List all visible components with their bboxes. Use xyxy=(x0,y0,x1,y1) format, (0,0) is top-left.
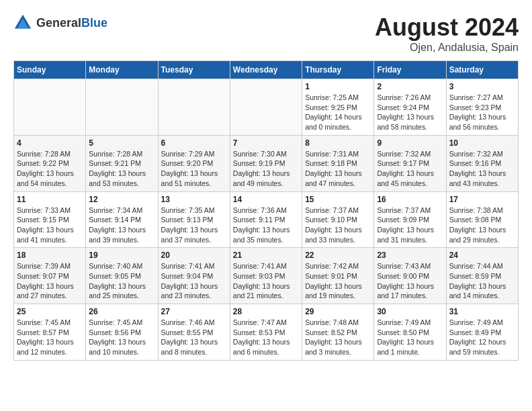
day-number: 18 xyxy=(17,250,83,260)
calendar-cell: 25Sunrise: 7:45 AM Sunset: 8:57 PM Dayli… xyxy=(14,304,86,361)
calendar-cell: 14Sunrise: 7:36 AM Sunset: 9:11 PM Dayli… xyxy=(230,191,302,248)
calendar-cell: 5Sunrise: 7:28 AM Sunset: 9:21 PM Daylig… xyxy=(86,135,158,191)
day-info: Sunrise: 7:26 AM Sunset: 9:24 PM Dayligh… xyxy=(377,93,443,132)
calendar-week-row: 4Sunrise: 7:28 AM Sunset: 9:22 PM Daylig… xyxy=(14,135,519,191)
calendar-cell: 21Sunrise: 7:41 AM Sunset: 9:03 PM Dayli… xyxy=(230,248,302,304)
calendar-cell: 24Sunrise: 7:44 AM Sunset: 8:59 PM Dayli… xyxy=(446,248,518,304)
day-info: Sunrise: 7:32 AM Sunset: 9:17 PM Dayligh… xyxy=(377,149,443,189)
calendar-cell: 31Sunrise: 7:49 AM Sunset: 8:49 PM Dayli… xyxy=(446,304,518,361)
calendar-cell: 6Sunrise: 7:29 AM Sunset: 9:20 PM Daylig… xyxy=(158,135,230,191)
day-number: 13 xyxy=(161,195,227,204)
day-info: Sunrise: 7:38 AM Sunset: 9:08 PM Dayligh… xyxy=(449,205,515,245)
calendar-cell: 2Sunrise: 7:26 AM Sunset: 9:24 PM Daylig… xyxy=(374,79,446,136)
calendar-week-row: 18Sunrise: 7:39 AM Sunset: 9:07 PM Dayli… xyxy=(14,248,519,304)
weekday-header-thursday: Thursday xyxy=(302,61,374,79)
day-number: 19 xyxy=(89,250,154,260)
day-info: Sunrise: 7:37 AM Sunset: 9:09 PM Dayligh… xyxy=(377,205,443,245)
calendar-cell: 11Sunrise: 7:33 AM Sunset: 9:15 PM Dayli… xyxy=(14,191,86,248)
day-number: 10 xyxy=(449,138,515,148)
calendar-cell: 12Sunrise: 7:34 AM Sunset: 9:14 PM Dayli… xyxy=(86,191,158,248)
calendar-cell: 10Sunrise: 7:32 AM Sunset: 9:16 PM Dayli… xyxy=(446,135,518,191)
day-number: 5 xyxy=(89,138,154,148)
calendar-cell xyxy=(14,79,86,136)
calendar-cell xyxy=(158,79,230,136)
day-number: 9 xyxy=(377,138,443,148)
calendar-cell: 22Sunrise: 7:42 AM Sunset: 9:01 PM Dayli… xyxy=(302,248,374,304)
weekday-header-friday: Friday xyxy=(374,61,446,79)
day-info: Sunrise: 7:47 AM Sunset: 8:53 PM Dayligh… xyxy=(233,318,299,357)
calendar-cell: 29Sunrise: 7:48 AM Sunset: 8:52 PM Dayli… xyxy=(302,304,374,361)
calendar-cell: 23Sunrise: 7:43 AM Sunset: 9:00 PM Dayli… xyxy=(374,248,446,304)
day-number: 21 xyxy=(233,250,299,260)
day-info: Sunrise: 7:45 AM Sunset: 8:56 PM Dayligh… xyxy=(89,318,154,357)
logo-blue: Blue xyxy=(81,16,107,30)
calendar-cell: 9Sunrise: 7:32 AM Sunset: 9:17 PM Daylig… xyxy=(374,135,446,191)
day-number: 16 xyxy=(377,195,443,204)
calendar-cell: 18Sunrise: 7:39 AM Sunset: 9:07 PM Dayli… xyxy=(14,248,86,304)
day-number: 29 xyxy=(305,307,371,316)
day-number: 17 xyxy=(449,195,515,204)
day-number: 22 xyxy=(305,250,371,260)
day-info: Sunrise: 7:35 AM Sunset: 9:13 PM Dayligh… xyxy=(161,205,227,245)
logo-general: General xyxy=(36,16,81,30)
day-number: 2 xyxy=(377,82,443,91)
day-number: 23 xyxy=(377,250,443,260)
day-number: 3 xyxy=(449,82,515,91)
month-year: August 2024 xyxy=(375,13,519,42)
day-number: 6 xyxy=(161,138,227,148)
calendar-cell: 13Sunrise: 7:35 AM Sunset: 9:13 PM Dayli… xyxy=(158,191,230,248)
calendar-cell: 4Sunrise: 7:28 AM Sunset: 9:22 PM Daylig… xyxy=(14,135,86,191)
day-number: 8 xyxy=(305,138,371,148)
calendar-cell: 28Sunrise: 7:47 AM Sunset: 8:53 PM Dayli… xyxy=(230,304,302,361)
day-info: Sunrise: 7:37 AM Sunset: 9:10 PM Dayligh… xyxy=(305,205,371,245)
calendar-week-row: 25Sunrise: 7:45 AM Sunset: 8:57 PM Dayli… xyxy=(14,304,519,361)
day-number: 20 xyxy=(161,250,227,260)
logo: GeneralBlue xyxy=(13,13,107,32)
day-info: Sunrise: 7:46 AM Sunset: 8:55 PM Dayligh… xyxy=(161,318,227,357)
day-number: 4 xyxy=(17,138,83,148)
calendar-cell: 16Sunrise: 7:37 AM Sunset: 9:09 PM Dayli… xyxy=(374,191,446,248)
day-number: 12 xyxy=(89,195,154,204)
day-info: Sunrise: 7:48 AM Sunset: 8:52 PM Dayligh… xyxy=(305,318,371,357)
calendar-cell: 15Sunrise: 7:37 AM Sunset: 9:10 PM Dayli… xyxy=(302,191,374,248)
calendar-cell: 1Sunrise: 7:25 AM Sunset: 9:25 PM Daylig… xyxy=(302,79,374,136)
weekday-header-sunday: Sunday xyxy=(14,61,86,79)
day-number: 30 xyxy=(377,307,443,316)
weekday-header-row: SundayMondayTuesdayWednesdayThursdayFrid… xyxy=(14,61,519,79)
weekday-header-wednesday: Wednesday xyxy=(230,61,302,79)
day-number: 28 xyxy=(233,307,299,316)
day-info: Sunrise: 7:45 AM Sunset: 8:57 PM Dayligh… xyxy=(17,318,83,357)
calendar-week-row: 1Sunrise: 7:25 AM Sunset: 9:25 PM Daylig… xyxy=(14,79,519,136)
weekday-header-monday: Monday xyxy=(86,61,158,79)
day-number: 11 xyxy=(17,195,83,204)
day-info: Sunrise: 7:27 AM Sunset: 9:23 PM Dayligh… xyxy=(449,93,515,132)
day-info: Sunrise: 7:41 AM Sunset: 9:04 PM Dayligh… xyxy=(161,261,227,301)
day-number: 25 xyxy=(17,307,83,316)
calendar-cell xyxy=(86,79,158,136)
day-number: 26 xyxy=(89,307,154,316)
calendar-cell: 20Sunrise: 7:41 AM Sunset: 9:04 PM Dayli… xyxy=(158,248,230,304)
calendar-cell: 19Sunrise: 7:40 AM Sunset: 9:05 PM Dayli… xyxy=(86,248,158,304)
logo-icon xyxy=(13,13,32,32)
calendar-cell: 3Sunrise: 7:27 AM Sunset: 9:23 PM Daylig… xyxy=(446,79,518,136)
day-info: Sunrise: 7:42 AM Sunset: 9:01 PM Dayligh… xyxy=(305,261,371,301)
day-info: Sunrise: 7:39 AM Sunset: 9:07 PM Dayligh… xyxy=(17,261,83,301)
page-header: GeneralBlue August 2024 Ojen, Andalusia,… xyxy=(13,13,519,54)
day-number: 31 xyxy=(449,307,515,316)
calendar-cell: 7Sunrise: 7:30 AM Sunset: 9:19 PM Daylig… xyxy=(230,135,302,191)
day-info: Sunrise: 7:44 AM Sunset: 8:59 PM Dayligh… xyxy=(449,261,515,301)
day-info: Sunrise: 7:32 AM Sunset: 9:16 PM Dayligh… xyxy=(449,149,515,189)
day-info: Sunrise: 7:36 AM Sunset: 9:11 PM Dayligh… xyxy=(233,205,299,245)
day-info: Sunrise: 7:41 AM Sunset: 9:03 PM Dayligh… xyxy=(233,261,299,301)
calendar-cell: 30Sunrise: 7:49 AM Sunset: 8:50 PM Dayli… xyxy=(374,304,446,361)
weekday-header-tuesday: Tuesday xyxy=(158,61,230,79)
day-number: 27 xyxy=(161,307,227,316)
day-info: Sunrise: 7:33 AM Sunset: 9:15 PM Dayligh… xyxy=(17,205,83,245)
location: Ojen, Andalusia, Spain xyxy=(375,42,519,54)
calendar-cell: 17Sunrise: 7:38 AM Sunset: 9:08 PM Dayli… xyxy=(446,191,518,248)
day-number: 14 xyxy=(233,195,299,204)
day-info: Sunrise: 7:30 AM Sunset: 9:19 PM Dayligh… xyxy=(233,149,299,189)
calendar-week-row: 11Sunrise: 7:33 AM Sunset: 9:15 PM Dayli… xyxy=(14,191,519,248)
day-info: Sunrise: 7:25 AM Sunset: 9:25 PM Dayligh… xyxy=(305,93,371,132)
day-info: Sunrise: 7:34 AM Sunset: 9:14 PM Dayligh… xyxy=(89,205,154,245)
